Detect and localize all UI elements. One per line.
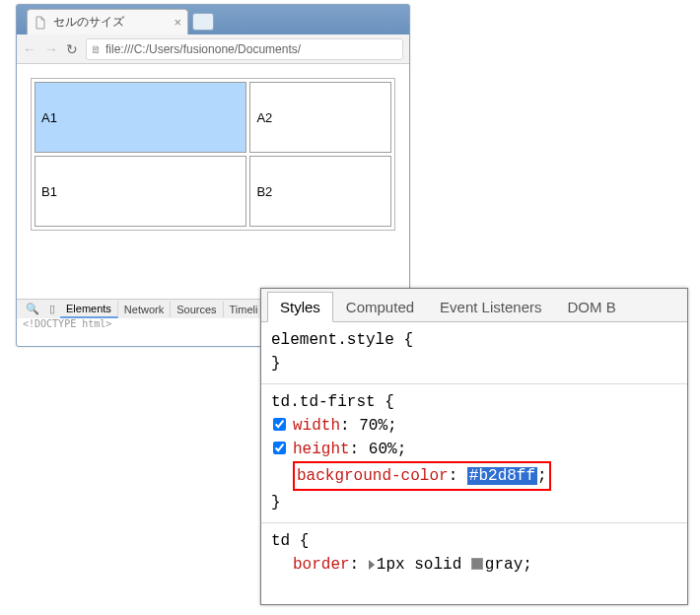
- toggle-checkbox[interactable]: [273, 418, 286, 431]
- property-value: 70%: [359, 417, 387, 435]
- brace-close: }: [271, 494, 281, 512]
- demo-table: A1 A2 B1 B2: [31, 78, 395, 231]
- page-icon: [34, 16, 47, 30]
- tab-strip: セルのサイズ ×: [17, 5, 409, 34]
- property-value-selected[interactable]: #b2d8ff: [467, 467, 537, 485]
- table-row: B1 B2: [35, 156, 391, 227]
- devtools-tab-sources[interactable]: Sources: [171, 302, 223, 317]
- tab-event-listeners[interactable]: Event Listeners: [427, 292, 554, 322]
- cell-b1: B1: [35, 156, 246, 227]
- cell-b2: B2: [249, 156, 391, 227]
- declaration[interactable]: border: 1px solid gray;: [271, 553, 677, 577]
- device-icon[interactable]: ▯: [44, 303, 60, 315]
- cell-a2: A2: [249, 82, 391, 153]
- rule-td[interactable]: td { border: 1px solid gray;: [261, 523, 687, 584]
- declaration-highlighted[interactable]: background-color: #b2d8ff;: [271, 461, 677, 491]
- rules-list: element.style { } td.td-first { width: 7…: [261, 322, 687, 604]
- declaration[interactable]: width: 70%;: [271, 414, 677, 438]
- property-value: 60%: [369, 441, 397, 458]
- selector-text: td.td-first: [271, 393, 376, 411]
- omnibox[interactable]: 🗎 file:///C:/Users/fusionone/Documents/: [86, 38, 403, 60]
- browser-toolbar: ← → ↻ 🗎 file:///C:/Users/fusionone/Docum…: [17, 34, 409, 64]
- devtools-tab-network[interactable]: Network: [118, 302, 171, 317]
- tab-title: セルのサイズ: [53, 14, 124, 31]
- devtools-tab-elements[interactable]: Elements: [60, 301, 118, 318]
- tab-dom[interactable]: DOM B: [554, 292, 628, 322]
- url-text: file:///C:/Users/fusionone/Documents/: [105, 42, 301, 56]
- tab-styles[interactable]: Styles: [267, 292, 333, 322]
- styles-tabbar: Styles Computed Event Listeners DOM B: [261, 289, 687, 322]
- back-button[interactable]: ←: [23, 41, 36, 57]
- property-name: width: [293, 417, 340, 435]
- rule-td-first[interactable]: td.td-first { width: 70%; height: 60%; b…: [261, 384, 687, 523]
- table-row: A1 A2: [35, 82, 391, 153]
- tab-computed[interactable]: Computed: [333, 292, 427, 322]
- page-viewport: A1 A2 B1 B2: [17, 64, 409, 244]
- property-name: height: [293, 441, 350, 458]
- rule-element-style[interactable]: element.style { }: [261, 322, 687, 384]
- property-name: background-color: [297, 467, 449, 485]
- brace-open: {: [385, 393, 394, 411]
- brace-open: {: [403, 331, 413, 349]
- brace-close: }: [271, 355, 281, 373]
- selector-text: td: [271, 532, 290, 550]
- highlight-box: background-color: #b2d8ff;: [293, 461, 551, 491]
- devtools-tab-timeline[interactable]: Timeli: [224, 302, 265, 317]
- reload-button[interactable]: ↻: [66, 41, 78, 57]
- expand-shorthand-icon[interactable]: [369, 560, 375, 570]
- close-icon[interactable]: ×: [174, 15, 181, 30]
- property-value: 1px solid: [377, 556, 461, 574]
- color-name: gray: [485, 556, 523, 574]
- file-origin-icon: 🗎: [91, 43, 102, 55]
- property-name: border: [293, 556, 350, 574]
- selector-text: element.style: [271, 331, 394, 349]
- styles-panel: Styles Computed Event Listeners DOM B el…: [260, 288, 688, 605]
- brace-open: {: [300, 532, 310, 550]
- color-swatch-icon[interactable]: [471, 558, 483, 570]
- toggle-checkbox[interactable]: [273, 442, 286, 454]
- new-tab-button[interactable]: [192, 13, 214, 31]
- forward-button[interactable]: →: [44, 41, 58, 57]
- browser-tab[interactable]: セルのサイズ ×: [27, 9, 188, 34]
- cell-a1: A1: [35, 82, 246, 153]
- declaration[interactable]: height: 60%;: [271, 438, 677, 461]
- doctype-text: <!DOCTYPE html>: [23, 318, 111, 329]
- search-icon[interactable]: 🔍: [21, 303, 44, 315]
